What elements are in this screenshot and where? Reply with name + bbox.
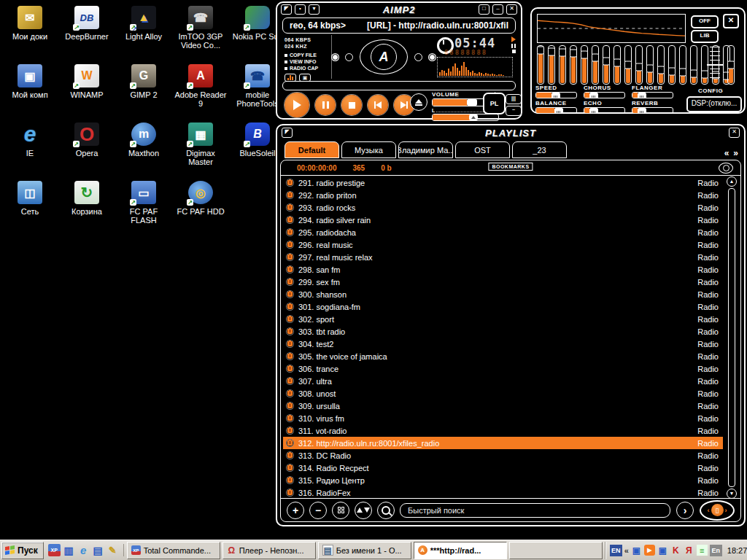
- start-button[interactable]: Пуск: [1, 542, 44, 559]
- playlist-row[interactable]: 309. ursulla Radio: [283, 400, 723, 412]
- eq-band-slider[interactable]: [635, 45, 643, 85]
- playlist-row[interactable]: 312. http://radio.uln.ru:8001/xfiles_rad…: [283, 437, 723, 449]
- eq-band-slider[interactable]: [548, 45, 555, 85]
- playlist-tab[interactable]: _23: [512, 141, 567, 158]
- tab-scroll-left-icon[interactable]: «: [724, 148, 729, 158]
- maximize-icon[interactable]: □: [479, 4, 489, 15]
- desktop-icon[interactable]: DB DeepBurner: [58, 3, 115, 61]
- taskbar-task-button[interactable]: A ***http://rad...: [414, 542, 507, 559]
- taskbar-task-button[interactable]: ▤ Без имени 1 - O...: [318, 542, 411, 559]
- effect-slider[interactable]: [535, 107, 577, 114]
- eq-band-knob[interactable]: [570, 50, 577, 58]
- playlist-toggle-button[interactable]: PL: [483, 93, 506, 114]
- eq-band-slider[interactable]: [614, 45, 621, 85]
- playlist-row[interactable]: 299. sex fm Radio: [283, 276, 723, 288]
- eq-band-slider[interactable]: [668, 45, 676, 85]
- tray-icon[interactable]: ≡: [697, 545, 708, 556]
- playlist-row[interactable]: 301. sogdiana-fm Radio: [283, 300, 723, 313]
- eq-band-knob[interactable]: [635, 63, 643, 71]
- spectrum-analyzer[interactable]: [437, 57, 513, 77]
- playlist-row[interactable]: 307. ultra Radio: [283, 375, 723, 387]
- preamp-slider[interactable]: [727, 45, 735, 85]
- quick-launch-icon[interactable]: ▥: [63, 544, 75, 556]
- effect-slider[interactable]: [632, 92, 673, 98]
- playlist-row[interactable]: 310. virus fm Radio: [283, 412, 723, 424]
- knob-left-icon[interactable]: [345, 53, 353, 61]
- scroll-up-icon[interactable]: ▲: [727, 176, 737, 187]
- effect-slider[interactable]: [584, 92, 625, 98]
- desktop-icon[interactable]: O Opera: [58, 120, 115, 178]
- playlist-close-icon[interactable]: ✕: [729, 128, 740, 138]
- minimize-icon[interactable]: –: [492, 4, 503, 15]
- knob-dot-left-icon[interactable]: [332, 54, 338, 61]
- tab-scroll-right-icon[interactable]: »: [733, 148, 738, 158]
- playlist-row[interactable]: 316. RadioFex Radio: [283, 486, 723, 499]
- playlist-row[interactable]: 311. vot-radio Radio: [283, 424, 723, 437]
- stop-button[interactable]: [341, 95, 362, 115]
- eq-band-knob[interactable]: [646, 65, 654, 73]
- playlist-titlebar[interactable]: ◤ PLAYLIST ✕: [277, 125, 744, 140]
- view-eye-icon[interactable]: [719, 163, 733, 174]
- eq-band-knob[interactable]: [603, 57, 610, 65]
- volume-knob[interactable]: [467, 99, 477, 106]
- stream-option[interactable]: RADIO CAP: [285, 65, 329, 71]
- add-track-button[interactable]: +: [287, 502, 304, 519]
- desktop-icon[interactable]: ◎ FC PAF HDD: [172, 178, 229, 236]
- balance-slider[interactable]: [432, 114, 499, 121]
- desktop-icon[interactable]: ◫ Сеть: [1, 178, 58, 236]
- menu-icon[interactable]: ◤: [281, 4, 292, 15]
- play-button[interactable]: [285, 93, 309, 117]
- quick-launch-icon[interactable]: ▤: [92, 544, 104, 556]
- playback-queue-button[interactable]: ‹ ▯ ›: [700, 500, 735, 521]
- language-indicator-secondary[interactable]: En: [710, 545, 722, 556]
- eq-band-slider[interactable]: [570, 45, 577, 85]
- playlist-row[interactable]: 292. radio priton Radio: [283, 189, 723, 201]
- eq-band-knob[interactable]: [668, 68, 676, 76]
- playlist-row[interactable]: 300. shanson Radio: [283, 288, 723, 300]
- taskbar-task-button[interactable]: Ω Плеер - Непозн...: [222, 542, 316, 559]
- playlist-tab[interactable]: Владимир Ма...: [398, 141, 453, 158]
- effect-knob[interactable]: [638, 93, 646, 98]
- eq-band-knob[interactable]: [559, 49, 566, 57]
- eq-band-knob[interactable]: [624, 61, 632, 69]
- pause-button[interactable]: [315, 95, 336, 115]
- sort-button[interactable]: [355, 502, 372, 519]
- effect-slider[interactable]: [535, 92, 577, 98]
- list-options-button[interactable]: [332, 502, 349, 519]
- taskbar-task-button[interactable]: XP Total Commande...: [127, 542, 220, 559]
- eq-band-slider[interactable]: [690, 45, 697, 85]
- eq-band-slider[interactable]: [657, 45, 665, 85]
- effect-knob[interactable]: [554, 108, 563, 114]
- eq-band-knob[interactable]: [614, 59, 621, 67]
- playlist-row[interactable]: 296. real music Radio: [283, 238, 723, 251]
- effect-slider[interactable]: [632, 107, 673, 114]
- track-ticker[interactable]: reo, 64 kbps> [URL] - http://radio.uln.r…: [282, 18, 516, 34]
- previous-button[interactable]: [368, 95, 388, 115]
- desktop-icon[interactable]: m Maxthon: [115, 120, 172, 178]
- effect-knob[interactable]: [638, 108, 646, 114]
- tray-icon[interactable]: ▣: [631, 545, 642, 556]
- effect-knob[interactable]: [551, 93, 560, 98]
- playlist-tab[interactable]: OST: [455, 141, 510, 158]
- desktop-icon[interactable]: W WINAMP: [58, 61, 115, 120]
- playlist-row[interactable]: 313. DC Radio Radio: [283, 449, 723, 462]
- playlist-row[interactable]: 302. sport Radio: [283, 313, 723, 325]
- desktop-icon[interactable]: G GIMP 2: [115, 61, 172, 120]
- playlist-row[interactable]: 308. unost Radio: [283, 387, 723, 400]
- quick-search-input[interactable]: [400, 503, 670, 518]
- playlist-row[interactable]: 297. real music relax Radio: [283, 251, 723, 263]
- eq-lib-button[interactable]: LIB: [691, 30, 719, 43]
- balance-knob[interactable]: [469, 114, 478, 120]
- knob-right-icon[interactable]: [414, 53, 422, 61]
- eq-band-slider[interactable]: [581, 45, 588, 85]
- dsp-button[interactable]: DSP:(отклю...: [686, 96, 742, 112]
- tray-icon[interactable]: ▶: [644, 545, 655, 556]
- effect-slider[interactable]: [584, 107, 625, 114]
- tray-icon[interactable]: ▾: [309, 4, 320, 15]
- playlist-row[interactable]: 306. trance Radio: [283, 362, 723, 375]
- eq-close-icon[interactable]: ✕: [723, 14, 739, 28]
- desktop-icon[interactable]: ▣ Мой комп: [1, 61, 58, 120]
- eq-off-button[interactable]: OFF: [691, 15, 719, 28]
- eq-band-knob[interactable]: [657, 66, 665, 74]
- jump-button[interactable]: ›: [676, 502, 694, 519]
